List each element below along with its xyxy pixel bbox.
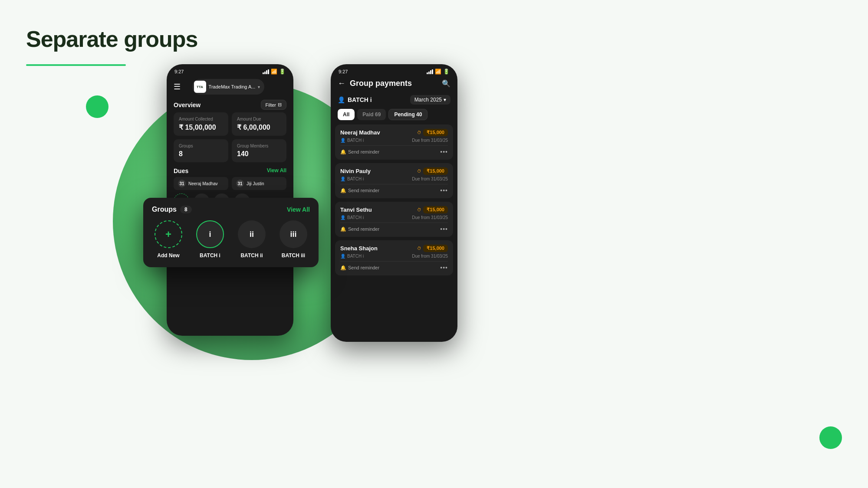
payment-top-3: Tanvi Sethu ⏱ ₹15,000	[340, 206, 448, 213]
dues-row: 31 Neeraj Madhav 31 Jiji Justin	[167, 177, 293, 190]
send-reminder-3[interactable]: Send reminder	[348, 226, 379, 232]
overview-section: Overview Filter ⊟	[167, 98, 293, 112]
batch-i-circle: i	[196, 220, 224, 248]
groups-popup: Groups 8 View All + Add New i BATCH i ii…	[143, 198, 319, 267]
chevron-down-icon: ▾	[258, 85, 260, 89]
due-name-1: Neeraj Madhav	[188, 181, 218, 186]
groups-items: + Add New i BATCH i ii BATCH ii iii BATC…	[152, 220, 310, 259]
amount-tag-2: ⏱ ₹15,000	[417, 167, 448, 175]
brand-avatar: TTA	[194, 81, 206, 93]
batch-tag-icon-2: 👤	[340, 177, 345, 181]
brand-name: TradeMax Trading A...	[209, 84, 256, 89]
amount-tag-3: ⏱ ₹15,000	[417, 206, 448, 213]
payment-mid-2: 👤 BATCH i Due from 31/03/25	[340, 177, 448, 181]
groups-title-row: Groups 8	[152, 206, 192, 213]
due-date-4: Due from 31/03/25	[412, 254, 448, 259]
view-all-dues[interactable]: View All	[267, 167, 286, 174]
reminder-row-3: 🔔 Send reminder	[340, 226, 379, 232]
group-batch-i[interactable]: i BATCH i	[196, 220, 224, 259]
clock-icon-4: ⏱	[417, 246, 421, 251]
amount-due-stat: Amount Due ₹ 6,00,000	[232, 112, 286, 136]
payer-name-1: Neeraj Madhav	[340, 129, 380, 136]
batch-iii-circle: iii	[279, 220, 307, 248]
payment-bottom-2: 🔔 Send reminder •••	[340, 184, 448, 194]
batch-selector-row: 👤 BATCH i March 2025 ▾	[331, 92, 457, 109]
month-chevron-icon: ▾	[444, 97, 446, 103]
groups-value: 8	[179, 150, 223, 158]
tab-paid[interactable]: Paid 69	[357, 109, 386, 120]
dots-menu-2[interactable]: •••	[440, 187, 448, 194]
filter-button[interactable]: Filter ⊟	[261, 100, 286, 110]
phone2-signal-icon	[427, 69, 433, 74]
amount-due-label: Amount Due	[237, 117, 281, 121]
filter-icon: ⊟	[278, 102, 282, 108]
batch-tag-4: 👤 BATCH i	[340, 254, 364, 259]
batch-ii-circle: ii	[238, 220, 266, 248]
payment-card-3: Tanvi Sethu ⏱ ₹15,000 👤 BATCH i Due from…	[335, 202, 453, 237]
payment-bottom-4: 🔔 Send reminder •••	[340, 261, 448, 271]
group-batch-ii[interactable]: ii BATCH ii	[238, 220, 266, 259]
decorative-dot-right	[819, 426, 842, 449]
payment-card-1: Neeraj Madhav ⏱ ₹15,000 👤 BATCH i Due fr…	[335, 124, 453, 160]
amount-tag-4: ⏱ ₹15,000	[417, 245, 448, 252]
search-icon[interactable]: 🔍	[442, 79, 450, 88]
groups-popup-label: Groups	[152, 206, 177, 213]
month-selector[interactable]: March 2025 ▾	[410, 95, 450, 105]
send-reminder-4[interactable]: Send reminder	[348, 265, 379, 270]
hamburger-icon[interactable]: ☰	[174, 82, 181, 92]
batch-tag-text-4: BATCH i	[347, 254, 364, 259]
send-reminder-1[interactable]: Send reminder	[348, 149, 379, 154]
decorative-dot-left	[86, 95, 108, 118]
phone2-status-icons: 📶 🔋	[427, 69, 450, 75]
amount-due-value: ₹ 6,00,000	[237, 123, 281, 131]
due-name-2: Jiji Justin	[247, 181, 264, 186]
group-members-stat: Group Members 140	[232, 139, 286, 162]
batch-name-label: BATCH i	[348, 96, 372, 103]
dots-menu-3[interactable]: •••	[440, 226, 448, 233]
groups-popup-header: Groups 8 View All	[152, 206, 310, 213]
status-bar: 9:27 📶 🔋	[167, 64, 293, 76]
groups-view-all[interactable]: View All	[287, 206, 310, 213]
due-chip-1: 31 Neeraj Madhav	[174, 177, 228, 190]
stats-grid: Amount Collected ₹ 15,00,000 Amount Due …	[167, 112, 293, 166]
batch-iii-label: BATCH iii	[282, 252, 305, 259]
amount-value-1: ₹15,000	[423, 129, 448, 136]
brand-selector[interactable]: TTA TradeMax Trading A... ▾	[192, 79, 265, 95]
tab-all[interactable]: All	[338, 109, 355, 120]
batch-ii-label: BATCH ii	[240, 252, 263, 259]
group-add-new[interactable]: + Add New	[155, 220, 182, 259]
amount-value-3: ₹15,000	[423, 206, 448, 213]
payer-name-2: Nivin Pauly	[340, 168, 371, 174]
due-date-2: Due from 31/03/25	[412, 177, 448, 181]
groups-stat: Groups 8	[174, 139, 228, 162]
payment-mid-1: 👤 BATCH i Due from 31/03/25	[340, 138, 448, 143]
batch-tag-1: 👤 BATCH i	[340, 138, 364, 143]
batch-tag-2: 👤 BATCH i	[340, 177, 364, 181]
dots-menu-4[interactable]: •••	[440, 264, 448, 271]
users-icon: 👤	[338, 96, 345, 103]
group-batch-iii[interactable]: iii BATCH iii	[279, 220, 307, 259]
tab-pending[interactable]: Pending 40	[388, 109, 427, 120]
payment-tabs: All Paid 69 Pending 40	[331, 109, 457, 124]
amount-value-4: ₹15,000	[423, 245, 448, 252]
batch-tag-icon-4: 👤	[340, 254, 345, 259]
batch-i-label: BATCH i	[200, 252, 220, 259]
bell-icon-2: 🔔	[340, 188, 346, 193]
back-arrow-icon[interactable]: ←	[338, 79, 345, 88]
phone2-status-time: 9:27	[339, 69, 348, 74]
overview-label: Overview	[174, 102, 201, 108]
status-time: 9:27	[174, 69, 184, 74]
dots-menu-1[interactable]: •••	[440, 148, 448, 155]
payment-bottom-3: 🔔 Send reminder •••	[340, 223, 448, 233]
send-reminder-2[interactable]: Send reminder	[348, 188, 379, 193]
batch-tag-icon-3: 👤	[340, 215, 345, 220]
bell-icon-1: 🔔	[340, 149, 346, 155]
month-label: March 2025	[414, 97, 442, 103]
clock-icon-3: ⏱	[417, 207, 421, 212]
due-chip-2: 31 Jiji Justin	[232, 177, 286, 190]
payer-name-3: Tanvi Sethu	[340, 206, 372, 213]
payment-card-4: Sneha Shajon ⏱ ₹15,000 👤 BATCH i Due fro…	[335, 240, 453, 275]
dues-header: Dues View All	[167, 166, 293, 177]
amount-collected-stat: Amount Collected ₹ 15,00,000	[174, 112, 228, 136]
clock-icon-1: ⏱	[417, 130, 421, 135]
